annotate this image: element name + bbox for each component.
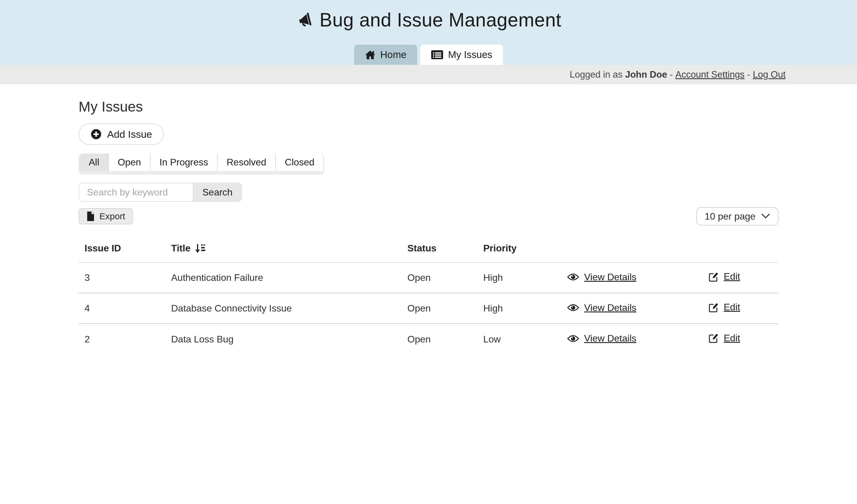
- cell-issue-id: 4: [79, 293, 165, 324]
- status-filter-group: All Open In Progress Resolved Closed: [79, 153, 324, 175]
- filter-open[interactable]: Open: [108, 153, 150, 171]
- issues-table: Issue ID Title: [79, 243, 778, 354]
- col-issue-id: Issue ID: [79, 243, 165, 263]
- col-edit: [702, 243, 778, 263]
- megaphone-icon: [296, 11, 313, 29]
- section-heading: My Issues: [79, 99, 778, 115]
- per-page-select[interactable]: 10 per page: [696, 207, 778, 225]
- cell-priority: High: [477, 293, 561, 324]
- view-details-link[interactable]: View Details: [567, 272, 636, 283]
- pencil-square-icon: [708, 302, 719, 313]
- table-row: 3 Authentication Failure Open High Vi: [79, 263, 778, 293]
- edit-link[interactable]: Edit: [708, 333, 740, 343]
- per-page-value: 10 per page: [705, 211, 756, 222]
- app-header: Bug and Issue Management Home: [0, 0, 857, 65]
- add-issue-label: Add Issue: [107, 129, 152, 140]
- user-session-bar: Logged in as John Doe - Account Settings…: [0, 65, 857, 84]
- search-button[interactable]: Search: [193, 183, 242, 202]
- eye-icon: [567, 272, 579, 282]
- app-title-text: Bug and Issue Management: [320, 9, 561, 31]
- file-icon: [86, 211, 95, 221]
- separator: -: [667, 69, 675, 80]
- cell-issue-id: 2: [79, 324, 165, 354]
- table-row: 4 Database Connectivity Issue Open High: [79, 293, 778, 324]
- pencil-square-icon: [708, 271, 719, 282]
- edit-link[interactable]: Edit: [708, 271, 740, 282]
- cell-priority: High: [477, 263, 561, 293]
- tab-my-issues[interactable]: My Issues: [420, 45, 503, 65]
- chevron-down-icon: [761, 213, 770, 219]
- search-input[interactable]: [79, 183, 193, 202]
- log-out-link[interactable]: Log Out: [753, 69, 786, 80]
- edit-link[interactable]: Edit: [708, 302, 740, 313]
- col-status: Status: [401, 243, 477, 263]
- filter-resolved[interactable]: Resolved: [217, 153, 275, 171]
- cell-issue-id: 3: [79, 263, 165, 293]
- view-details-link[interactable]: View Details: [567, 333, 636, 344]
- logged-in-prefix: Logged in as: [570, 69, 625, 80]
- eye-icon: [567, 334, 579, 343]
- cell-title: Database Connectivity Issue: [165, 293, 401, 324]
- page-title: Bug and Issue Management: [0, 0, 857, 31]
- eye-icon: [567, 303, 579, 312]
- main-content: My Issues Add Issue All Open In Progress…: [0, 99, 857, 354]
- home-icon: [365, 49, 375, 60]
- pencil-square-icon: [708, 333, 719, 343]
- col-view: [561, 243, 702, 263]
- cell-priority: Low: [477, 324, 561, 354]
- table-header-row: Issue ID Title: [79, 243, 778, 263]
- export-label: Export: [99, 211, 125, 221]
- cell-status: Open: [401, 263, 477, 293]
- filter-in-progress[interactable]: In Progress: [150, 153, 217, 171]
- list-icon: [431, 49, 443, 60]
- tab-my-issues-label: My Issues: [448, 49, 492, 61]
- col-priority: Priority: [477, 243, 561, 263]
- filter-closed[interactable]: Closed: [275, 153, 323, 171]
- table-row: 2 Data Loss Bug Open Low View Details: [79, 324, 778, 354]
- table-toolbar: Export 10 per page: [79, 207, 778, 225]
- username: John Doe: [625, 69, 667, 80]
- tab-home-label: Home: [380, 49, 406, 61]
- sort-amount-icon[interactable]: [194, 243, 205, 254]
- export-button[interactable]: Export: [79, 208, 133, 224]
- col-title: Title: [165, 243, 401, 263]
- cell-title: Authentication Failure: [165, 263, 401, 293]
- separator: -: [744, 69, 753, 80]
- filter-all[interactable]: All: [80, 153, 108, 171]
- cell-title: Data Loss Bug: [165, 324, 401, 354]
- view-details-link[interactable]: View Details: [567, 302, 636, 313]
- search-bar: Search: [79, 183, 778, 202]
- account-settings-link[interactable]: Account Settings: [675, 69, 744, 80]
- tab-home[interactable]: Home: [354, 45, 417, 65]
- cell-status: Open: [401, 324, 477, 354]
- main-nav: Home My Issues: [0, 45, 857, 65]
- add-issue-button[interactable]: Add Issue: [79, 123, 164, 145]
- plus-circle-icon: [90, 129, 102, 140]
- cell-status: Open: [401, 293, 477, 324]
